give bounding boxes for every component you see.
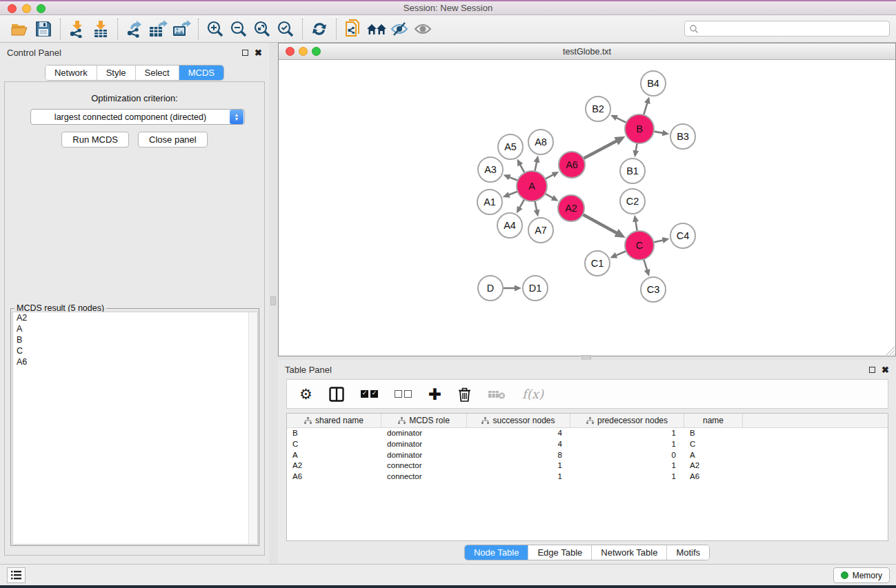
table-row[interactable]: A6connector11A6 <box>287 472 888 483</box>
table-cell[interactable]: 1 <box>570 472 684 483</box>
export-network-icon[interactable] <box>123 18 146 40</box>
table-cell[interactable]: 1 <box>570 428 684 439</box>
graph-edge-A-A2[interactable] <box>545 194 553 199</box>
graph-edge-A2-C[interactable] <box>583 214 617 233</box>
graph-edge-A-A3[interactable] <box>508 177 517 181</box>
graph-edge-B-B2[interactable] <box>616 117 626 122</box>
table-cell[interactable]: A <box>684 450 743 461</box>
table-cell[interactable]: B <box>287 428 381 439</box>
table-cell[interactable]: C <box>684 439 743 450</box>
table-cell[interactable]: connector <box>381 472 467 483</box>
open-session-icon[interactable] <box>8 18 32 40</box>
export-image-icon[interactable] <box>170 18 193 40</box>
table-cell[interactable]: 1 <box>467 460 570 472</box>
column-header-shared-name[interactable]: shared name <box>287 414 381 427</box>
graph-edge-C-C2[interactable] <box>635 221 637 231</box>
export-table-icon[interactable] <box>146 18 170 40</box>
close-panel-icon[interactable]: ✖ <box>255 50 262 56</box>
table-cell[interactable]: 0 <box>570 450 684 461</box>
tab-edge-table[interactable]: Edge Table <box>528 545 592 560</box>
network-minimize-button[interactable] <box>299 47 308 56</box>
float-table-panel-icon[interactable] <box>869 367 875 373</box>
table-cell[interactable]: 8 <box>467 450 570 461</box>
tab-network-table[interactable]: Network Table <box>592 545 667 560</box>
column-header-MCDS-role[interactable]: MCDS role <box>381 414 467 427</box>
table-cell[interactable]: A2 <box>287 460 381 472</box>
import-table-icon[interactable] <box>89 18 112 40</box>
zoom-window-button[interactable] <box>37 4 46 13</box>
table-cell[interactable]: B <box>684 428 743 439</box>
mcds-result-item[interactable]: A6 <box>13 356 257 367</box>
minimize-window-button[interactable] <box>22 4 31 13</box>
table-cell[interactable]: A2 <box>684 460 743 472</box>
graph-edge-A-A5[interactable] <box>520 164 525 173</box>
table-cell[interactable]: A <box>287 450 381 461</box>
graph-edge-A-A1[interactable] <box>508 192 518 195</box>
main-titlebar[interactable]: Session: New Session <box>0 1 896 15</box>
graph-edge-B-B3[interactable] <box>654 132 664 133</box>
float-panel-icon[interactable] <box>242 50 248 56</box>
table-cell[interactable]: dominator <box>381 450 467 461</box>
graph-edge-A-A6[interactable] <box>545 174 554 179</box>
table-row[interactable]: Bdominator41B <box>287 428 888 439</box>
mcds-result-item[interactable]: A <box>13 323 257 334</box>
graph-edge-C-C3[interactable] <box>644 259 647 271</box>
graph-edge-A-A7[interactable] <box>535 201 537 212</box>
graph-edge-B-B1[interactable] <box>636 143 637 152</box>
unselect-all-columns-icon[interactable] <box>395 390 412 398</box>
save-session-icon[interactable] <box>32 18 55 40</box>
table-cell[interactable]: A6 <box>287 472 381 483</box>
task-history-button[interactable] <box>7 567 26 583</box>
vertical-split-handle[interactable] <box>270 296 276 305</box>
graph-edge-A-A8[interactable] <box>535 161 537 172</box>
column-header-name[interactable]: name <box>684 414 743 427</box>
show-graphics-icon[interactable] <box>412 18 435 40</box>
search-input[interactable] <box>699 24 878 34</box>
network-window-titlebar[interactable]: testGlobe.txt <box>279 43 895 60</box>
import-network-icon[interactable] <box>66 18 89 40</box>
network-canvas[interactable]: B4B2BB3A5A8A6A3B1AC2A1A2A4A7C4CC1C3DD1 <box>279 60 895 356</box>
table-row[interactable]: Adominator80A <box>287 450 888 461</box>
network-close-button[interactable] <box>286 47 295 56</box>
graph-edge-A6-B[interactable] <box>584 141 617 159</box>
network-zoom-button[interactable] <box>312 47 321 56</box>
graph-edge-A-A4[interactable] <box>519 199 524 208</box>
mcds-result-item[interactable]: A2 <box>13 312 257 323</box>
column-header-predecessor-nodes[interactable]: predecessor nodes <box>570 414 684 427</box>
table-cell[interactable]: A6 <box>684 472 743 483</box>
hide-graphics-icon[interactable] <box>388 18 412 40</box>
close-panel-button[interactable]: Close panel <box>138 132 208 148</box>
table-row[interactable]: A2connector11A2 <box>287 460 888 472</box>
criterion-dropdown[interactable]: largest connected component (directed) ▲… <box>30 109 245 125</box>
node-table[interactable]: shared nameMCDS rolesuccessor nodesprede… <box>286 413 888 541</box>
run-mcds-button[interactable]: Run MCDS <box>61 132 129 148</box>
refresh-icon[interactable] <box>308 18 331 40</box>
tab-motifs[interactable]: Motifs <box>667 545 709 560</box>
select-all-columns-icon[interactable] <box>361 390 378 398</box>
zoom-in-icon[interactable] <box>203 18 227 40</box>
new-network-icon[interactable] <box>341 18 365 40</box>
table-cell[interactable]: 4 <box>467 439 570 450</box>
graph-edge-C-C1[interactable] <box>615 251 626 256</box>
table-cell[interactable]: 4 <box>467 428 570 439</box>
close-window-button[interactable] <box>8 4 17 13</box>
home-view-icon[interactable] <box>365 18 388 40</box>
zoom-out-icon[interactable] <box>227 18 250 40</box>
zoom-selected-icon[interactable] <box>274 18 297 40</box>
graph-edge-C-C4[interactable] <box>653 240 664 242</box>
table-cell[interactable]: 1 <box>467 472 570 483</box>
table-cell[interactable]: C <box>287 439 381 450</box>
graph-edge-B-B4[interactable] <box>644 102 648 115</box>
delete-table-icon[interactable] <box>488 388 506 401</box>
table-cell[interactable]: 1 <box>570 439 684 450</box>
tab-mcds[interactable]: MCDS <box>179 65 223 80</box>
mcds-result-item[interactable]: B <box>13 334 257 345</box>
resize-grip-icon[interactable] <box>886 346 895 355</box>
mcds-list-scrollbar[interactable] <box>248 312 257 544</box>
delete-column-icon[interactable] <box>458 387 471 402</box>
table-cell[interactable]: dominator <box>381 439 467 450</box>
column-layout-icon[interactable] <box>329 387 344 402</box>
tab-style[interactable]: Style <box>97 65 136 80</box>
tab-node-table[interactable]: Node Table <box>465 545 529 560</box>
table-cell[interactable]: connector <box>381 460 467 472</box>
